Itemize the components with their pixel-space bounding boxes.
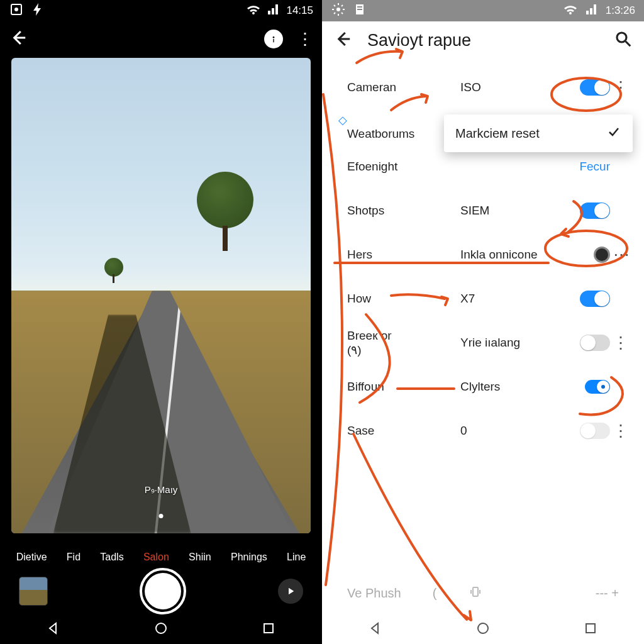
setting-row-shotps[interactable]: Shotps SIEM bbox=[322, 189, 644, 233]
back-icon[interactable] bbox=[333, 30, 352, 51]
viewfinder-caption: P₉·Maıy bbox=[11, 484, 311, 496]
camera-mode[interactable]: Shiin bbox=[189, 552, 211, 563]
setting-row-how[interactable]: How X7 bbox=[322, 277, 644, 321]
settings-screen: 1:3:26 Savioyt rapue Cameran ISO ◇ Weatb… bbox=[322, 0, 644, 644]
setting-key: Biffoun bbox=[347, 380, 460, 394]
setting-key: Sase bbox=[347, 424, 460, 438]
toggle-switch[interactable] bbox=[585, 380, 610, 394]
setting-value: SIEM bbox=[460, 204, 566, 218]
dropdown-panel[interactable]: Markcieм reset bbox=[444, 114, 633, 152]
lightning-icon bbox=[30, 2, 45, 20]
setting-row-hers[interactable]: Hers Inkla onnicone bbox=[322, 233, 644, 277]
setting-key: Weatborums bbox=[347, 127, 414, 141]
overflow-menu-icon[interactable] bbox=[297, 30, 313, 49]
svg-rect-13 bbox=[586, 624, 595, 633]
toggle-switch[interactable] bbox=[580, 423, 610, 439]
setting-key: Breeк or (٩) bbox=[347, 329, 460, 357]
vibrate-icon[interactable] bbox=[468, 584, 483, 602]
footer-trail: --- + bbox=[596, 586, 619, 601]
camera-mode-active[interactable]: Salon bbox=[143, 552, 169, 563]
camera-viewfinder[interactable]: P₉·Maıy bbox=[11, 58, 311, 533]
row-overflow-icon[interactable] bbox=[610, 333, 631, 353]
setting-value: X7 bbox=[460, 292, 566, 306]
row-overflow-icon[interactable] bbox=[610, 421, 631, 441]
svg-rect-9 bbox=[357, 9, 362, 10]
camera-screen: 14:15 P₉·Maıy Dietive bbox=[0, 0, 322, 644]
setting-value: Clylters bbox=[460, 380, 566, 394]
nav-recents-icon[interactable] bbox=[261, 621, 276, 638]
setting-row-breek[interactable]: Breeк or (٩) Yrie iıalang bbox=[322, 321, 644, 365]
radio-selector[interactable] bbox=[594, 247, 610, 263]
nav-back-icon[interactable] bbox=[368, 621, 383, 638]
row-overflow-icon[interactable] bbox=[610, 78, 631, 97]
row-overflow-icon[interactable] bbox=[610, 245, 631, 265]
switch-to-video-button[interactable] bbox=[278, 579, 303, 604]
tree-icon bbox=[104, 258, 123, 283]
shutter-button[interactable] bbox=[140, 568, 186, 614]
settings-top-bar: Savioyt rapue bbox=[322, 21, 644, 59]
search-icon[interactable] bbox=[614, 30, 633, 51]
setting-row-cameran[interactable]: Cameran ISO bbox=[322, 65, 644, 109]
alert-badge-icon[interactable] bbox=[264, 30, 283, 48]
dropdown-label: Markcieм reset bbox=[455, 126, 540, 141]
svg-point-12 bbox=[478, 623, 488, 633]
setting-value: Yrie iıalang bbox=[460, 336, 566, 350]
check-icon bbox=[606, 125, 621, 143]
cog-tray-icon bbox=[331, 2, 346, 20]
setting-value: ISO bbox=[460, 80, 566, 94]
toggle-switch[interactable] bbox=[580, 79, 610, 96]
camera-mode[interactable]: Tadls bbox=[100, 552, 123, 563]
svg-rect-11 bbox=[473, 587, 478, 596]
svg-point-6 bbox=[336, 8, 340, 11]
clock-text: 14:15 bbox=[286, 4, 313, 17]
setting-value: 0 bbox=[460, 424, 566, 438]
android-nav-bar-left bbox=[0, 615, 322, 644]
wifi-icon bbox=[246, 2, 261, 20]
settings-footer: Ve Phush ( --- + bbox=[322, 575, 644, 611]
back-icon[interactable] bbox=[9, 28, 28, 50]
nav-back-icon[interactable] bbox=[46, 621, 61, 638]
svg-rect-8 bbox=[357, 6, 362, 8]
cell-signal-icon bbox=[266, 2, 281, 20]
blue-badge-icon: ◇ bbox=[338, 113, 347, 127]
doc-tray-icon bbox=[352, 2, 367, 20]
screenshot-icon bbox=[9, 2, 24, 20]
footer-label: Ve Phush bbox=[347, 586, 401, 601]
tree-icon bbox=[197, 172, 253, 251]
nav-recents-icon[interactable] bbox=[583, 621, 598, 638]
camera-mode-strip[interactable]: Dietive Fid Tadls Salon Shiin Phnings Li… bbox=[0, 545, 322, 570]
svg-point-4 bbox=[156, 623, 166, 633]
setting-row-sase[interactable]: Sase 0 bbox=[322, 409, 644, 453]
toggle-switch[interactable] bbox=[580, 203, 610, 219]
toggle-switch[interactable] bbox=[580, 291, 610, 307]
setting-key: Cameran bbox=[347, 80, 460, 94]
svg-point-1 bbox=[15, 8, 18, 11]
gallery-thumbnail[interactable] bbox=[19, 577, 48, 606]
setting-value: Inkla onnicone bbox=[460, 248, 566, 262]
svg-rect-5 bbox=[264, 624, 273, 633]
svg-rect-3 bbox=[273, 39, 274, 42]
setting-key: Shotps bbox=[347, 204, 460, 218]
page-title: Savioyt rapue bbox=[367, 31, 471, 50]
nav-home-icon[interactable] bbox=[475, 621, 491, 638]
svg-point-2 bbox=[273, 36, 275, 38]
setting-row-biffoun[interactable]: Biffoun Clylters bbox=[322, 365, 644, 409]
footer-paren: ( bbox=[433, 586, 437, 601]
camera-mode[interactable]: Phnings bbox=[231, 552, 267, 563]
setting-key: How bbox=[347, 292, 460, 306]
android-nav-bar-right bbox=[322, 615, 644, 644]
setting-link[interactable]: Fecur bbox=[579, 160, 610, 174]
page-indicator-dot bbox=[159, 514, 164, 518]
camera-mode[interactable]: Fid bbox=[67, 552, 80, 563]
status-bar-right: 1:3:26 bbox=[322, 0, 644, 21]
nav-home-icon[interactable] bbox=[153, 621, 169, 638]
camera-top-bar bbox=[0, 21, 322, 57]
cell-signal-icon bbox=[584, 2, 599, 20]
camera-bottom-bar bbox=[0, 567, 322, 615]
toggle-switch[interactable] bbox=[580, 335, 610, 351]
camera-mode[interactable]: Dietive bbox=[16, 552, 47, 563]
svg-point-10 bbox=[617, 33, 626, 42]
camera-mode[interactable]: Line bbox=[287, 552, 306, 563]
wifi-icon bbox=[563, 2, 578, 20]
setting-key: Hers bbox=[347, 248, 460, 262]
